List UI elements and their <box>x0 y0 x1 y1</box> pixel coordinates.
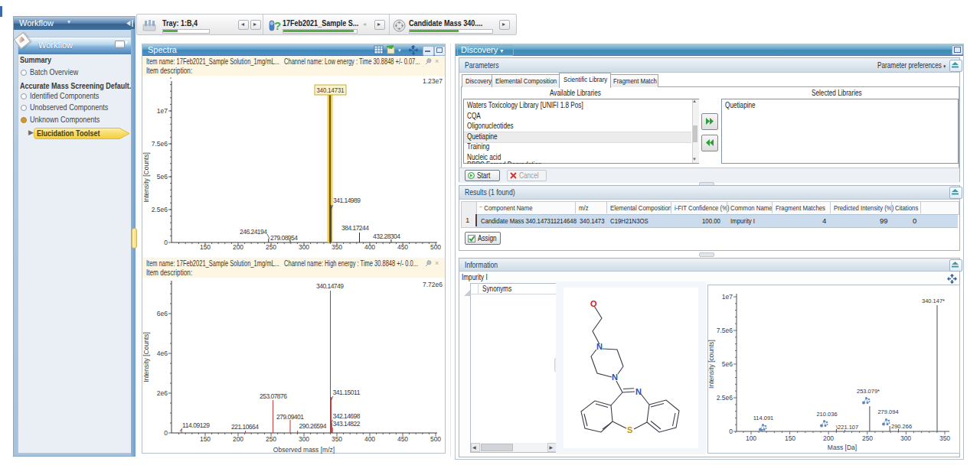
svg-text:279.09401: 279.09401 <box>276 413 304 421</box>
svg-text:253.079*: 253.079* <box>857 388 880 395</box>
svg-text:350: 350 <box>332 435 342 443</box>
svg-text:0: 0 <box>729 428 733 435</box>
svg-text:1.23e7: 1.23e7 <box>423 77 443 85</box>
svg-text:N: N <box>596 342 603 351</box>
svg-text:114.09129: 114.09129 <box>182 421 210 429</box>
svg-text:Observed mass [m/z]: Observed mass [m/z] <box>273 446 335 454</box>
svg-text:7.72e6: 7.72e6 <box>423 281 443 288</box>
svg-text:400: 400 <box>364 243 375 251</box>
svg-text:200: 200 <box>233 435 243 443</box>
svg-text:210.036: 210.036 <box>816 411 837 418</box>
svg-text:300: 300 <box>900 434 911 442</box>
svg-text:S: S <box>627 425 632 434</box>
svg-text:300: 300 <box>299 435 309 443</box>
svg-text:200: 200 <box>823 434 834 442</box>
svg-text:6e6: 6e6 <box>157 310 168 317</box>
svg-text:432.28304: 432.28304 <box>373 233 400 240</box>
svg-text:114.091: 114.091 <box>753 415 774 421</box>
svg-text:150: 150 <box>200 435 211 443</box>
svg-text:450: 450 <box>397 435 408 443</box>
svg-text:2e6: 2e6 <box>157 389 168 397</box>
svg-text:250: 250 <box>862 434 873 442</box>
svg-text:341.14989: 341.14989 <box>333 197 361 204</box>
svg-text:343.14822: 343.14822 <box>333 420 361 428</box>
svg-text:342.14698: 342.14698 <box>333 412 361 420</box>
svg-text:2.5e6: 2.5e6 <box>152 206 168 213</box>
svg-text:400: 400 <box>364 435 375 443</box>
svg-text:253.07876: 253.07876 <box>260 392 287 400</box>
svg-text:5e6: 5e6 <box>722 360 733 368</box>
svg-text:2.5e6: 2.5e6 <box>717 394 733 402</box>
svg-text:7.5e6: 7.5e6 <box>152 140 168 148</box>
svg-text:290.26594: 290.26594 <box>299 422 327 430</box>
svg-text:N: N <box>612 373 618 382</box>
svg-text:290.266: 290.266 <box>891 423 912 430</box>
svg-text:150: 150 <box>785 434 795 442</box>
svg-text:221.10664: 221.10664 <box>231 423 259 431</box>
svg-text:300: 300 <box>299 243 309 251</box>
svg-text:\221.107: \221.107 <box>836 424 858 431</box>
svg-text:N: N <box>635 387 642 396</box>
svg-text:5e6: 5e6 <box>157 173 168 181</box>
svg-text:1e7: 1e7 <box>157 107 168 115</box>
svg-text:341.15011: 341.15011 <box>333 389 361 396</box>
svg-text:Intensity [counts]: Intensity [counts] <box>707 340 715 389</box>
svg-text:Mass [Da]: Mass [Da] <box>828 444 857 451</box>
svg-text:384.17244: 384.17244 <box>341 224 369 232</box>
svg-text:?: ? <box>274 19 281 32</box>
svg-text:340.14749: 340.14749 <box>316 282 344 290</box>
svg-text:4e6: 4e6 <box>157 350 168 357</box>
svg-text:246.24194: 246.24194 <box>240 228 267 236</box>
svg-text:279.08954: 279.08954 <box>270 234 298 242</box>
svg-text:200: 200 <box>233 243 243 251</box>
svg-text:279.094: 279.094 <box>877 408 898 415</box>
svg-text:250: 250 <box>266 243 276 251</box>
svg-text:350: 350 <box>939 434 950 442</box>
svg-text:100: 100 <box>746 434 756 442</box>
svg-text:▾: ▾ <box>398 47 401 53</box>
svg-text:0: 0 <box>164 239 168 246</box>
svg-text:7.5e6: 7.5e6 <box>717 327 733 334</box>
svg-text:0: 0 <box>164 429 168 437</box>
svg-text:500: 500 <box>430 243 441 251</box>
svg-text:340.147*: 340.147* <box>922 298 945 304</box>
svg-text:250: 250 <box>266 435 276 443</box>
svg-text:1e7: 1e7 <box>722 293 733 301</box>
svg-text:340.14731: 340.14731 <box>317 86 345 94</box>
svg-text:O: O <box>590 299 597 308</box>
svg-text:350: 350 <box>332 243 342 251</box>
svg-text:450: 450 <box>397 243 408 251</box>
svg-text:150: 150 <box>200 243 211 251</box>
svg-text:Intensity [Counts]: Intensity [Counts] <box>142 152 150 203</box>
svg-text:Intensity [Counts]: Intensity [Counts] <box>142 332 150 382</box>
svg-text:500: 500 <box>430 435 441 443</box>
